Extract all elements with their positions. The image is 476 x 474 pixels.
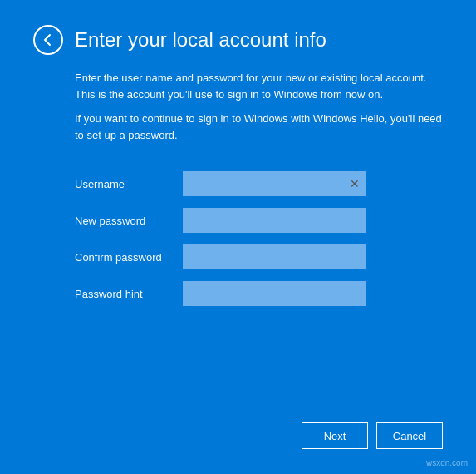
main-container: Enter your local account info Enter the … bbox=[0, 0, 476, 474]
form-area: Username ✕ New password Confirm password… bbox=[33, 171, 443, 318]
password-hint-row: Password hint bbox=[75, 281, 443, 306]
new-password-input-wrapper bbox=[183, 208, 366, 233]
page-title: Enter your local account info bbox=[75, 28, 326, 52]
cancel-button[interactable]: Cancel bbox=[376, 422, 443, 449]
new-password-input[interactable] bbox=[183, 208, 366, 233]
watermark: wsxdn.com bbox=[426, 458, 468, 467]
back-arrow-icon bbox=[42, 33, 55, 47]
password-hint-input-wrapper bbox=[183, 281, 366, 306]
username-clear-button[interactable]: ✕ bbox=[348, 177, 361, 190]
password-hint-label: Password hint bbox=[75, 288, 183, 300]
description-para2: If you want to continue to sign in to Wi… bbox=[75, 111, 443, 143]
footer-buttons: Next Cancel bbox=[302, 422, 443, 449]
confirm-password-row: Confirm password bbox=[75, 244, 443, 269]
username-input-wrapper: ✕ bbox=[183, 171, 366, 196]
username-input[interactable] bbox=[183, 171, 366, 196]
new-password-row: New password bbox=[75, 208, 443, 233]
confirm-password-label: Confirm password bbox=[75, 251, 183, 264]
new-password-label: New password bbox=[75, 215, 183, 227]
username-label: Username bbox=[75, 178, 183, 190]
confirm-password-input-wrapper bbox=[183, 244, 366, 269]
username-row: Username ✕ bbox=[75, 171, 443, 196]
confirm-password-input[interactable] bbox=[183, 244, 366, 269]
back-button[interactable] bbox=[33, 25, 63, 55]
next-button[interactable]: Next bbox=[302, 422, 368, 449]
header: Enter your local account info bbox=[33, 25, 443, 55]
description-para1: Enter the user name and password for you… bbox=[75, 70, 443, 102]
password-hint-input[interactable] bbox=[183, 281, 366, 306]
description-area: Enter the user name and password for you… bbox=[33, 70, 443, 151]
